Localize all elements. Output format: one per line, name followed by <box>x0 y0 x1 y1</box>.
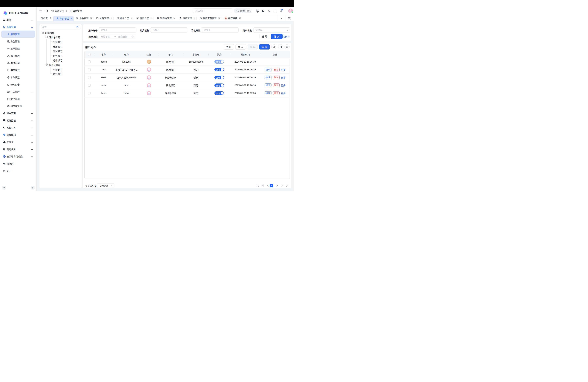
svg-text:DEV: DEV <box>7 91 9 92</box>
svg-text:A: A <box>269 11 270 12</box>
